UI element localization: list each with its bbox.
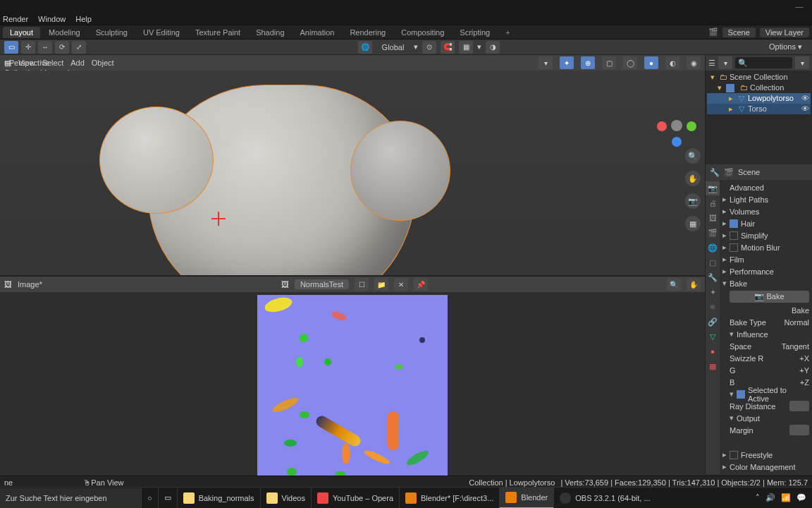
ptab-texture[interactable]: ▦	[706, 359, 720, 373]
nav-gizmo[interactable]	[657, 106, 696, 145]
panel-freestyle[interactable]: ▸Freestyle	[722, 449, 809, 461]
window-minimize[interactable]: —	[787, 2, 812, 11]
propedit-btn[interactable]: ◑	[486, 41, 500, 54]
camera-icon[interactable]: 📷	[685, 193, 701, 209]
outliner-filter[interactable]: ▾	[718, 56, 732, 69]
outliner-type[interactable]: ☰	[708, 59, 715, 68]
panel-influence[interactable]: ▾Influence	[730, 328, 809, 340]
tab-anim[interactable]: Animation	[293, 27, 342, 38]
ptab-material[interactable]: ●	[706, 344, 720, 358]
hair-checkbox[interactable]	[730, 219, 738, 228]
move-tool[interactable]: ↔	[38, 41, 52, 54]
axis-y[interactable]	[687, 121, 696, 131]
snap-chevron[interactable]: ▾	[477, 42, 481, 52]
ptab-viewlayer[interactable]: 🖼	[706, 211, 720, 225]
img-pan-icon[interactable]: ✋	[687, 278, 701, 291]
orientation-chevron[interactable]: ▾	[414, 42, 418, 52]
shading-solid[interactable]: ●	[644, 56, 658, 69]
ptab-constraint[interactable]: 🔗	[706, 315, 720, 329]
ptab-mesh[interactable]: ▽	[706, 329, 720, 344]
panel-lightpaths[interactable]: ▸Light Paths	[722, 193, 809, 205]
axis-center[interactable]	[671, 120, 682, 131]
panel-selected-to-active[interactable]: ▾Selected to Active	[730, 388, 809, 400]
panel-output[interactable]: ▾Output	[730, 412, 809, 424]
shading-matprev[interactable]: ◐	[665, 56, 679, 69]
ptab-physics[interactable]: ⚛	[706, 300, 720, 314]
panel-motionblur[interactable]: ▸Motion Blur	[722, 241, 809, 253]
tab-script[interactable]: Scripting	[453, 27, 497, 38]
shading-rendered[interactable]: ◉	[687, 56, 701, 69]
pivot-btn[interactable]: ⊙	[422, 41, 436, 54]
viewport-canvas[interactable]: 🔍 ✋ 📷 ▦	[0, 71, 705, 275]
selectability-btn[interactable]: ▾	[539, 56, 553, 69]
ptab-particle[interactable]: ✦	[706, 285, 720, 299]
pan-icon[interactable]: ✋	[685, 171, 701, 186]
taskbar-blender[interactable]: Blender	[499, 488, 553, 509]
tray-network-icon[interactable]: 📶	[781, 493, 791, 502]
props-type[interactable]: 🔧	[710, 168, 720, 177]
new-image-btn[interactable]: ☐	[355, 278, 369, 291]
tab-uv[interactable]: UV Editing	[136, 27, 187, 38]
menu-help[interactable]: Help	[75, 15, 92, 23]
s2a-checkbox[interactable]	[737, 390, 745, 399]
image-name-field[interactable]: NormalsTest	[295, 279, 349, 289]
axis-x[interactable]	[657, 121, 667, 131]
tab-comp[interactable]: Compositing	[394, 27, 451, 38]
tab-sculpting[interactable]: Sculpting	[89, 27, 135, 38]
snap-target[interactable]: ▦	[459, 41, 473, 54]
menu-object[interactable]: Object	[92, 59, 114, 67]
tab-render[interactable]: Rendering	[343, 27, 393, 38]
simplify-checkbox[interactable]	[730, 231, 738, 240]
outliner-new-coll[interactable]: ▾	[795, 56, 809, 69]
xray-toggle[interactable]: ▢	[602, 56, 616, 69]
img-zoom-icon[interactable]: 🔍	[667, 278, 681, 291]
tab-layout[interactable]: Layout	[3, 27, 40, 38]
scale-tool[interactable]: ⤢	[72, 41, 86, 54]
menu-window[interactable]: Window	[38, 15, 66, 23]
linked-icon[interactable]: 🖼	[281, 280, 289, 289]
ptab-output[interactable]: 🖨	[706, 196, 720, 210]
tab-add[interactable]: +	[498, 27, 517, 38]
open-image-btn[interactable]: 📁	[374, 278, 388, 291]
panel-color-mgmt[interactable]: ▸Color Management	[722, 461, 809, 473]
tray-notifications-icon[interactable]: 💬	[796, 493, 806, 502]
swizzle-g-value[interactable]: +Y	[799, 366, 809, 375]
3d-viewport[interactable]: ▦ View Select Add Object ▾ ✦ ⊕ ▢ ◯ ● ◐ ◉…	[0, 55, 705, 275]
snap-btn[interactable]: 🧲	[441, 41, 455, 54]
tray-volume-icon[interactable]: 🔊	[765, 493, 775, 502]
rotate-tool[interactable]: ⟳	[55, 41, 69, 54]
tray-chevron-icon[interactable]: ˄	[756, 493, 760, 502]
taskbar-youtube[interactable]: YouTube – Opera	[311, 488, 399, 509]
overlay-toggle[interactable]: ⊕	[581, 56, 595, 69]
taskbar-videos[interactable]: Videos	[260, 488, 311, 509]
mesh-torso[interactable]	[120, 64, 444, 275]
tab-modeling[interactable]: Modeling	[42, 27, 87, 38]
outliner-torso[interactable]: ▸▽Torso👁	[707, 104, 811, 114]
menu-render[interactable]: Render	[3, 15, 28, 23]
cursor-tool[interactable]: ✛	[21, 41, 35, 54]
ptab-modifier[interactable]: 🔧	[706, 270, 720, 284]
outliner-lowpolytorso[interactable]: ▸▽Lowpolytorso👁	[707, 93, 811, 104]
orientation-icon[interactable]: 🌐	[358, 41, 372, 54]
taskbar-taskview[interactable]: ▭	[158, 488, 177, 509]
motionblur-checkbox[interactable]	[730, 243, 738, 252]
options-dropdown[interactable]: Options ▾	[763, 42, 808, 52]
scene-selector[interactable]: Scene	[722, 28, 756, 37]
system-tray[interactable]: ˄ 🔊 📶 💬	[750, 493, 812, 502]
taskbar-baking[interactable]: Baking_normals	[177, 488, 260, 509]
img-editor-type[interactable]: 🖼	[4, 280, 12, 289]
unlink-image-btn[interactable]: ✕	[394, 278, 408, 291]
tab-texpaint[interactable]: Texture Paint	[188, 27, 247, 38]
ptab-scene[interactable]: 🎬	[706, 226, 720, 240]
margin-slider[interactable]	[789, 425, 809, 435]
ptab-object[interactable]: ▢	[706, 255, 720, 270]
swizzle-r-value[interactable]: +X	[799, 354, 809, 363]
panel-simplify[interactable]: ▸Simplify	[722, 229, 809, 241]
axis-z[interactable]	[672, 137, 682, 147]
bake-button[interactable]: 📷 Bake	[730, 291, 809, 303]
taskbar-search[interactable]: Zur Suche Text hier eingeben	[0, 488, 141, 508]
raydist-slider[interactable]	[789, 401, 809, 411]
pin-image-btn[interactable]: 📌	[414, 278, 428, 291]
tab-shading[interactable]: Shading	[249, 27, 291, 38]
outliner-search[interactable]: 🔍	[735, 57, 792, 68]
